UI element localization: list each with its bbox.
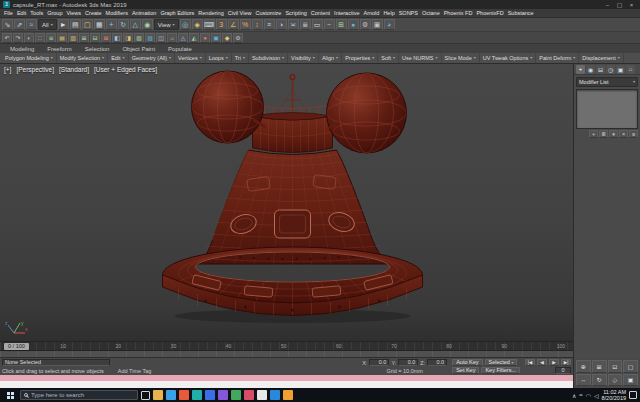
ribbon-section[interactable]: Displacement▾ [579,53,623,63]
menu-item[interactable]: Group [45,10,64,16]
action-center-icon[interactable] [629,391,637,399]
taskbar-app-icon[interactable] [270,390,280,400]
ribbon-tab[interactable]: Populate [162,45,198,53]
toolbar2-icon[interactable]: ∷ [35,33,45,43]
toolbar2-icon[interactable]: ◨ [123,33,133,43]
ribbon-tab[interactable]: Selection [79,45,116,53]
align-icon[interactable]: ≍ [288,19,299,30]
maxscript-listener-strip[interactable] [0,381,573,388]
menu-item[interactable]: Content [309,10,332,16]
orbit-button[interactable]: ↻ [592,374,607,387]
edit-named-sets-icon[interactable]: ≡ [264,19,275,30]
toolbar2-icon[interactable]: ▨ [145,33,155,43]
toolbar2-icon[interactable]: ↶ [2,33,12,43]
ribbon-section[interactable]: Slice Mode▾ [442,53,480,63]
taskbar-app-icon[interactable] [166,390,176,400]
use-pivot-point-icon[interactable]: ◎ [180,19,191,30]
ribbon-section[interactable]: Align▾ [319,53,342,63]
ribbon-section[interactable]: Use NURMS▾ [399,53,442,63]
taskbar-app-icon[interactable] [179,390,189,400]
schematic-view-icon[interactable]: ⊞ [336,19,347,30]
time-slider[interactable]: 0 / 100 [4,343,29,350]
selection-filter-dropdown[interactable]: All ▾ [38,19,57,30]
toolbar2-icon[interactable]: ≌ [46,33,56,43]
ribbon-section[interactable]: Geometry (All)▾ [129,53,175,63]
ribbon-section[interactable]: Edit▾ [108,53,129,63]
menu-item[interactable]: Rendering [196,10,225,16]
ribbon-section[interactable]: Soft▾ [378,53,399,63]
coord-y-field[interactable]: 0.0 [398,359,418,366]
play-button[interactable]: ▶ [549,359,559,366]
toolbar2-icon[interactable]: ● [200,33,210,43]
viewport-label-item[interactable]: [Perspective] [16,66,54,73]
render-production-icon[interactable]: ◕ [384,19,395,30]
taskbar-search-input[interactable]: Type here to search [20,390,138,400]
taskbar-app-icon[interactable] [257,390,267,400]
ribbon-section[interactable]: Visibility▾ [288,53,319,63]
menu-item[interactable]: Modifiers [104,10,130,16]
menu-item[interactable]: SONPS [397,10,420,16]
menu-item[interactable]: Octane [420,10,442,16]
taskbar-app-icon[interactable] [231,390,241,400]
ribbon-section[interactable]: Paint Deform▾ [536,53,579,63]
ribbon-tab[interactable]: Freeform [41,45,77,53]
snaps-toggle-icon[interactable]: 3 [216,19,227,30]
zoom-all-button[interactable]: ⊞ [592,360,607,373]
keyboard-override-icon[interactable]: ⌨ [204,19,215,30]
ribbon-tab[interactable]: Object Paint [116,45,161,53]
current-frame-field[interactable]: 0 [555,367,571,374]
taskbar-app-icon[interactable] [283,390,293,400]
modifier-list-dropdown[interactable]: Modifier List ▾ [576,77,638,87]
select-object-icon[interactable]: ► [58,19,69,30]
go-to-end-button[interactable]: ▶| [561,359,571,366]
previous-frame-button[interactable]: ◀ [537,359,547,366]
menu-item[interactable]: Customize [253,10,283,16]
add-time-tag[interactable]: Add Time Tag [118,368,152,374]
select-and-place-icon[interactable]: ◉ [142,19,153,30]
ribbon-section[interactable]: UV Tweak Options▾ [480,53,536,63]
maximize-button[interactable]: ▢ [614,1,625,9]
toolbar2-icon[interactable]: ◧ [112,33,122,43]
close-button[interactable]: × [626,1,637,9]
motion-tab[interactable]: ◷ [606,65,615,74]
toolbar2-icon[interactable]: ◭ [189,33,199,43]
ribbon-section[interactable]: Modify Selection▾ [57,53,108,63]
toolbar2-icon[interactable]: ▥ [68,33,78,43]
show-end-result-button[interactable]: ≣ [599,130,608,138]
viewport-label-item[interactable]: [Standard] [59,66,89,73]
tray-expand-icon[interactable]: ∧ [572,392,576,399]
toolbar2-icon[interactable]: ↷ [13,33,23,43]
menu-item[interactable]: Animation [130,10,158,16]
perspective-viewport[interactable]: [+][Perspective][Standard][User + Edged … [0,64,573,341]
menu-item[interactable]: Tools [28,10,45,16]
taskbar-app-icon[interactable] [192,390,202,400]
viewport-label-item[interactable]: [+] [4,66,11,73]
zoom-region-button[interactable]: ▢ [623,360,638,373]
select-and-link-icon[interactable]: ⇘ [2,19,13,30]
rectangular-selection-icon[interactable]: ▢ [82,19,93,30]
menu-item[interactable]: Create [83,10,104,16]
ribbon-section[interactable]: Subdivision▾ [249,53,288,63]
task-view-icon[interactable] [141,391,150,400]
toolbar2-icon[interactable]: ◆ [222,33,232,43]
fov-button[interactable]: ◇ [608,374,623,387]
display-tab[interactable]: ▣ [616,65,625,74]
toolbar2-icon[interactable]: ▧ [134,33,144,43]
modify-tab[interactable]: ◉ [586,65,595,74]
menu-item[interactable]: Civil View [226,10,254,16]
coord-z-field[interactable]: 0.0 [427,359,447,366]
remove-modifier-button[interactable]: × [619,130,628,138]
select-and-move-icon[interactable]: + [106,19,117,30]
menu-item[interactable]: Views [65,10,84,16]
zoom-extents-button[interactable]: ⊡ [608,360,623,373]
ribbon-section[interactable]: Tri▾ [232,53,249,63]
mirror-icon[interactable]: ◑ [276,19,287,30]
select-by-name-icon[interactable]: ▤ [70,19,81,30]
toolbar2-icon[interactable]: ◬ [178,33,188,43]
capsule-3d-model[interactable] [0,64,573,341]
menu-item[interactable]: Phoenix FD [442,10,475,16]
toolbar2-icon[interactable]: ⌂ [167,33,177,43]
taskbar-app-icon[interactable] [244,390,254,400]
ribbon-section[interactable]: Polygon Modeling▾ [2,53,57,63]
toolbar2-icon[interactable]: ⊟ [90,33,100,43]
